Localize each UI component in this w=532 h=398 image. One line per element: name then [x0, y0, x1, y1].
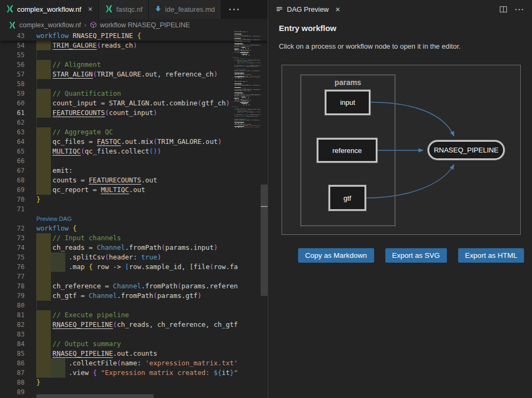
line-number[interactable]: 82 [0, 320, 25, 330]
line-number[interactable]: 83 [0, 330, 25, 339]
line-number[interactable]: 87 [0, 368, 25, 378]
code-line[interactable]: 43workflow RNASEQ_PIPELINE { [0, 31, 268, 41]
breadcrumb-file[interactable]: complex_workflow.nf [19, 21, 81, 29]
line-number[interactable]: 68 [0, 175, 25, 185]
line-number[interactable]: 62 [0, 118, 25, 127]
line-number[interactable]: 75 [0, 252, 25, 262]
code-line[interactable]: 75 .splitCsv(header: true) [0, 252, 268, 262]
line-number[interactable]: 65 [0, 147, 25, 156]
codelens-link[interactable]: Preview DAG [0, 214, 268, 224]
line-number[interactable]: 70 [0, 195, 25, 204]
code-line[interactable]: 77 [0, 272, 268, 281]
line-number[interactable]: 64 [0, 137, 25, 147]
code-line[interactable]: 62 [0, 118, 268, 127]
copy-as-markdown-button[interactable]: Copy as Markdown [298, 248, 374, 263]
line-number[interactable]: 78 [0, 281, 25, 291]
line-number[interactable]: 86 [0, 358, 25, 368]
line-number[interactable]: 61 [0, 108, 25, 118]
line-number[interactable]: 73 [0, 233, 25, 243]
code-line[interactable]: 64 qc_files = FASTQC.out.mix(TRIM_GALORE… [0, 137, 268, 147]
vertical-scrollbar[interactable] [261, 31, 268, 394]
code-token: .view [237, 126, 241, 127]
line-number[interactable]: 55 [0, 50, 25, 60]
code-line[interactable]: 74 ch_reads = Channel.fromPath(params.in… [0, 243, 268, 252]
line-number[interactable]: 57 [0, 70, 25, 79]
line-number[interactable]: 69 [0, 185, 25, 195]
line-number[interactable]: 63 [0, 127, 25, 137]
line-number[interactable]: 67 [0, 166, 25, 175]
code-line[interactable]: 68 counts = FEATURECOUNTS.out [0, 175, 268, 185]
code-line[interactable]: 59 // Quantification [0, 89, 268, 98]
code-line[interactable]: 72workflow { [0, 224, 268, 233]
tab-fastqc[interactable]: fastqc.nf [99, 0, 149, 19]
vertical-scrollbar-slider[interactable] [261, 185, 268, 296]
line-number[interactable]: 59 [0, 89, 25, 98]
export-as-html-button[interactable]: Export as HTML [458, 248, 525, 263]
code-line[interactable]: 63 // Aggregate QC [0, 127, 268, 137]
code-line[interactable]: 56 // Alignment [0, 60, 268, 70]
line-number[interactable]: 60 [0, 98, 25, 108]
line-number[interactable]: 74 [0, 243, 25, 252]
line-number[interactable]: 58 [0, 79, 25, 89]
breadcrumb-symbol[interactable]: workflow RNASEQ_PIPELINE [100, 21, 190, 29]
code-line[interactable]: 61 FEATURECOUNTS(count_input) [0, 108, 268, 118]
panel-tab-title[interactable]: DAG Preview [287, 5, 329, 13]
dag-node-input[interactable]: input [325, 90, 370, 115]
line-number[interactable]: 84 [0, 339, 25, 349]
line-number[interactable]: 88 [0, 378, 25, 387]
minimap[interactable]: TRIM_GALORE(reads_ch) // Alignment STAR_… [232, 31, 261, 131]
line-number[interactable]: 56 [0, 60, 25, 70]
code-line[interactable]: 84 // Output summary [0, 339, 268, 349]
code-line[interactable]: 82 RNASEQ_PIPELINE(ch_reads, ch_referenc… [0, 320, 268, 330]
export-as-svg-button[interactable]: Export as SVG [385, 248, 447, 263]
sticky-scroll-line[interactable]: 43workflow RNASEQ_PIPELINE { [0, 31, 268, 41]
dag-node-reference[interactable]: reference [317, 138, 377, 163]
code-line[interactable]: 88} [0, 378, 268, 387]
code-line[interactable]: 83 [0, 330, 268, 339]
code-line[interactable]: 57 STAR_ALIGN(TRIM_GALORE.out, reference… [0, 70, 268, 79]
code-line[interactable]: 85 RNASEQ_PIPELINE.out.counts [0, 349, 268, 358]
line-number[interactable]: 54 [0, 41, 25, 50]
line-number[interactable]: 85 [0, 349, 25, 358]
code-line[interactable]: 87 .view { "Expression matrix created: $… [0, 368, 268, 378]
tab-overflow-icon[interactable]: ··· [229, 5, 241, 14]
horizontal-scrollbar-slider[interactable] [36, 394, 154, 398]
dag-node-gtf[interactable]: gtf [329, 185, 366, 211]
line-number[interactable]: 43 [0, 31, 25, 41]
line-number[interactable]: 79 [0, 291, 25, 301]
code-line[interactable]: 58 [0, 79, 268, 89]
tab-complex-workflow[interactable]: complex_workflow.nf ✕ [0, 0, 99, 19]
line-number[interactable]: 72 [0, 224, 25, 233]
symbol-cube-icon [90, 21, 97, 28]
code-line[interactable]: 73 // Input channels [0, 233, 268, 243]
line-number[interactable]: 76 [0, 262, 25, 272]
line-number[interactable]: 66 [0, 156, 25, 166]
code-line[interactable]: 76 .map { row -> [row.sample_id, [file(r… [0, 262, 268, 272]
line-number[interactable]: 77 [0, 272, 25, 281]
code-line[interactable]: 80 [0, 301, 268, 310]
dag-node-rnaseq-pipeline[interactable]: RNASEQ_PIPELINE [428, 140, 505, 160]
code-line[interactable]: 81 // Execute pipeline [0, 310, 268, 320]
code-line[interactable]: 69 qc_report = MULTIQC.out [0, 185, 268, 195]
close-icon[interactable]: ✕ [335, 6, 340, 13]
code-line[interactable]: 78 ch_reference = Channel.fromPath(param… [0, 281, 268, 291]
more-actions-icon[interactable]: ··· [515, 5, 525, 14]
split-editor-icon[interactable] [499, 5, 507, 13]
code-line[interactable]: 86 .collectFile(name: 'expression_matrix… [0, 358, 268, 368]
horizontal-scrollbar[interactable] [0, 394, 261, 398]
line-number[interactable]: 81 [0, 310, 25, 320]
code-line[interactable]: 65 MULTIQC(qc_files.collect()) [0, 147, 268, 156]
code-line[interactable]: 67 emit: [0, 166, 268, 175]
code-line[interactable]: 79 ch_gtf = Channel.fromPath(params.gtf) [0, 291, 268, 301]
code-editor[interactable]: 43workflow RNASEQ_PIPELINE { 54 TRIM_GAL… [0, 31, 268, 398]
code-line[interactable]: 55 [0, 50, 268, 60]
tab-ide-features[interactable]: ide_features.md [149, 0, 221, 19]
code-line[interactable]: 71 [0, 204, 268, 214]
line-number[interactable]: 71 [0, 204, 25, 214]
code-line[interactable]: 66 [0, 156, 268, 166]
code-line[interactable]: 54 TRIM_GALORE(reads_ch) [0, 41, 268, 50]
code-line[interactable]: 60 count_input = STAR_ALIGN.out.combine(… [0, 98, 268, 108]
code-line[interactable]: 70} [0, 195, 268, 204]
close-icon[interactable]: ✕ [88, 6, 93, 13]
line-number[interactable]: 80 [0, 301, 25, 310]
